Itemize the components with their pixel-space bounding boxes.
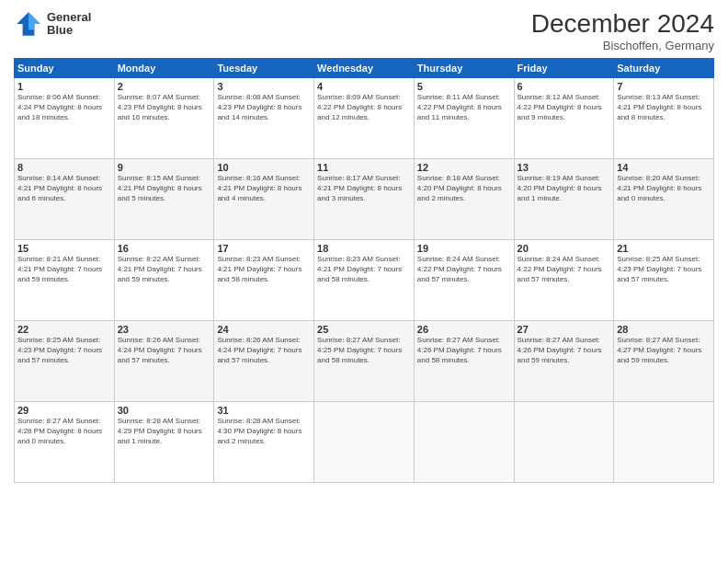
day-number: 21 — [617, 243, 711, 254]
day-number: 18 — [317, 243, 411, 254]
calendar-cell — [314, 402, 415, 483]
day-number: 16 — [118, 243, 211, 254]
day-number: 10 — [217, 162, 311, 173]
calendar-cell: 14Sunrise: 8:20 AM Sunset: 4:21 PM Dayli… — [614, 159, 714, 240]
calendar-cell: 28Sunrise: 8:27 AM Sunset: 4:27 PM Dayli… — [614, 321, 714, 402]
calendar-day-header: Monday — [114, 59, 214, 78]
day-info: Sunrise: 8:27 AM Sunset: 4:25 PM Dayligh… — [317, 336, 411, 365]
calendar-body: 1Sunrise: 8:06 AM Sunset: 4:24 PM Daylig… — [15, 78, 714, 483]
calendar-cell — [414, 402, 514, 483]
calendar-cell: 20Sunrise: 8:24 AM Sunset: 4:22 PM Dayli… — [514, 240, 614, 321]
day-number: 7 — [617, 81, 711, 92]
day-info: Sunrise: 8:24 AM Sunset: 4:22 PM Dayligh… — [518, 255, 611, 284]
day-info: Sunrise: 8:11 AM Sunset: 4:22 PM Dayligh… — [417, 93, 511, 122]
calendar-day-header: Tuesday — [214, 59, 314, 78]
day-number: 11 — [317, 162, 411, 173]
calendar-cell: 25Sunrise: 8:27 AM Sunset: 4:25 PM Dayli… — [314, 321, 415, 402]
day-number: 3 — [217, 81, 311, 92]
day-number: 28 — [617, 324, 711, 335]
calendar-cell: 15Sunrise: 8:21 AM Sunset: 4:21 PM Dayli… — [15, 240, 115, 321]
day-number: 2 — [118, 81, 211, 92]
day-number: 25 — [317, 324, 411, 335]
day-number: 17 — [217, 243, 311, 254]
day-info: Sunrise: 8:25 AM Sunset: 4:23 PM Dayligh… — [617, 255, 711, 284]
day-info: Sunrise: 8:12 AM Sunset: 4:22 PM Dayligh… — [518, 93, 611, 122]
calendar: SundayMondayTuesdayWednesdayThursdayFrid… — [14, 58, 714, 483]
calendar-week-row: 22Sunrise: 8:25 AM Sunset: 4:23 PM Dayli… — [15, 321, 714, 402]
calendar-cell: 31Sunrise: 8:28 AM Sunset: 4:30 PM Dayli… — [214, 402, 314, 483]
calendar-cell: 2Sunrise: 8:07 AM Sunset: 4:23 PM Daylig… — [114, 78, 214, 159]
day-info: Sunrise: 8:28 AM Sunset: 4:30 PM Dayligh… — [217, 417, 311, 446]
calendar-cell: 24Sunrise: 8:26 AM Sunset: 4:24 PM Dayli… — [214, 321, 314, 402]
svg-marker-1 — [28, 12, 40, 29]
calendar-day-header: Thursday — [414, 59, 514, 78]
day-info: Sunrise: 8:27 AM Sunset: 4:26 PM Dayligh… — [518, 336, 611, 365]
calendar-cell: 12Sunrise: 8:18 AM Sunset: 4:20 PM Dayli… — [414, 159, 514, 240]
day-info: Sunrise: 8:27 AM Sunset: 4:27 PM Dayligh… — [617, 336, 711, 365]
day-info: Sunrise: 8:06 AM Sunset: 4:24 PM Dayligh… — [17, 93, 111, 122]
calendar-cell: 11Sunrise: 8:17 AM Sunset: 4:21 PM Dayli… — [314, 159, 415, 240]
day-number: 6 — [518, 81, 611, 92]
day-number: 26 — [417, 324, 511, 335]
day-info: Sunrise: 8:13 AM Sunset: 4:21 PM Dayligh… — [617, 93, 711, 122]
day-info: Sunrise: 8:28 AM Sunset: 4:29 PM Dayligh… — [118, 417, 211, 446]
day-info: Sunrise: 8:26 AM Sunset: 4:24 PM Dayligh… — [118, 336, 211, 365]
day-number: 20 — [518, 243, 611, 254]
calendar-cell: 9Sunrise: 8:15 AM Sunset: 4:21 PM Daylig… — [114, 159, 214, 240]
logo-line1: General — [47, 11, 91, 24]
day-number: 13 — [518, 162, 611, 173]
calendar-cell: 18Sunrise: 8:23 AM Sunset: 4:21 PM Dayli… — [314, 240, 415, 321]
calendar-cell: 16Sunrise: 8:22 AM Sunset: 4:21 PM Dayli… — [114, 240, 214, 321]
day-info: Sunrise: 8:09 AM Sunset: 4:22 PM Dayligh… — [317, 93, 411, 122]
day-number: 8 — [17, 162, 111, 173]
day-number: 15 — [17, 243, 111, 254]
day-info: Sunrise: 8:07 AM Sunset: 4:23 PM Dayligh… — [118, 93, 211, 122]
calendar-header-row: SundayMondayTuesdayWednesdayThursdayFrid… — [15, 59, 714, 78]
calendar-cell: 26Sunrise: 8:27 AM Sunset: 4:26 PM Dayli… — [414, 321, 514, 402]
calendar-day-header: Sunday — [15, 59, 115, 78]
calendar-cell: 1Sunrise: 8:06 AM Sunset: 4:24 PM Daylig… — [15, 78, 115, 159]
calendar-cell — [514, 402, 614, 483]
day-info: Sunrise: 8:19 AM Sunset: 4:20 PM Dayligh… — [518, 174, 611, 203]
calendar-cell: 29Sunrise: 8:27 AM Sunset: 4:28 PM Dayli… — [15, 402, 115, 483]
calendar-cell: 19Sunrise: 8:24 AM Sunset: 4:22 PM Dayli… — [414, 240, 514, 321]
day-info: Sunrise: 8:20 AM Sunset: 4:21 PM Dayligh… — [617, 174, 711, 203]
day-number: 9 — [118, 162, 211, 173]
logo: General Blue — [14, 9, 91, 39]
calendar-cell: 22Sunrise: 8:25 AM Sunset: 4:23 PM Dayli… — [15, 321, 115, 402]
day-number: 1 — [17, 81, 111, 92]
day-info: Sunrise: 8:27 AM Sunset: 4:26 PM Dayligh… — [417, 336, 511, 365]
title-block: December 2024 Bischoffen, Germany — [531, 9, 714, 52]
month-title: December 2024 — [531, 9, 714, 39]
day-number: 27 — [518, 324, 611, 335]
day-number: 31 — [217, 405, 311, 416]
page: General Blue December 2024 Bischoffen, G… — [0, 0, 728, 563]
day-info: Sunrise: 8:17 AM Sunset: 4:21 PM Dayligh… — [317, 174, 411, 203]
day-number: 22 — [17, 324, 111, 335]
calendar-cell: 27Sunrise: 8:27 AM Sunset: 4:26 PM Dayli… — [514, 321, 614, 402]
calendar-week-row: 1Sunrise: 8:06 AM Sunset: 4:24 PM Daylig… — [15, 78, 714, 159]
calendar-cell: 13Sunrise: 8:19 AM Sunset: 4:20 PM Dayli… — [514, 159, 614, 240]
day-info: Sunrise: 8:24 AM Sunset: 4:22 PM Dayligh… — [417, 255, 511, 284]
day-info: Sunrise: 8:22 AM Sunset: 4:21 PM Dayligh… — [118, 255, 211, 284]
calendar-cell: 17Sunrise: 8:23 AM Sunset: 4:21 PM Dayli… — [214, 240, 314, 321]
day-info: Sunrise: 8:18 AM Sunset: 4:20 PM Dayligh… — [417, 174, 511, 203]
calendar-cell: 8Sunrise: 8:14 AM Sunset: 4:21 PM Daylig… — [15, 159, 115, 240]
calendar-cell: 6Sunrise: 8:12 AM Sunset: 4:22 PM Daylig… — [514, 78, 614, 159]
day-number: 12 — [417, 162, 511, 173]
logo-icon — [14, 9, 43, 39]
day-info: Sunrise: 8:16 AM Sunset: 4:21 PM Dayligh… — [217, 174, 311, 203]
calendar-week-row: 15Sunrise: 8:21 AM Sunset: 4:21 PM Dayli… — [15, 240, 714, 321]
day-info: Sunrise: 8:21 AM Sunset: 4:21 PM Dayligh… — [17, 255, 111, 284]
day-number: 4 — [317, 81, 411, 92]
day-info: Sunrise: 8:08 AM Sunset: 4:23 PM Dayligh… — [217, 93, 311, 122]
day-info: Sunrise: 8:23 AM Sunset: 4:21 PM Dayligh… — [217, 255, 311, 284]
calendar-day-header: Saturday — [614, 59, 714, 78]
location: Bischoffen, Germany — [531, 39, 714, 52]
day-number: 29 — [17, 405, 111, 416]
logo-line2: Blue — [47, 24, 91, 37]
day-number: 30 — [118, 405, 211, 416]
day-info: Sunrise: 8:26 AM Sunset: 4:24 PM Dayligh… — [217, 336, 311, 365]
day-number: 24 — [217, 324, 311, 335]
calendar-cell: 21Sunrise: 8:25 AM Sunset: 4:23 PM Dayli… — [614, 240, 714, 321]
